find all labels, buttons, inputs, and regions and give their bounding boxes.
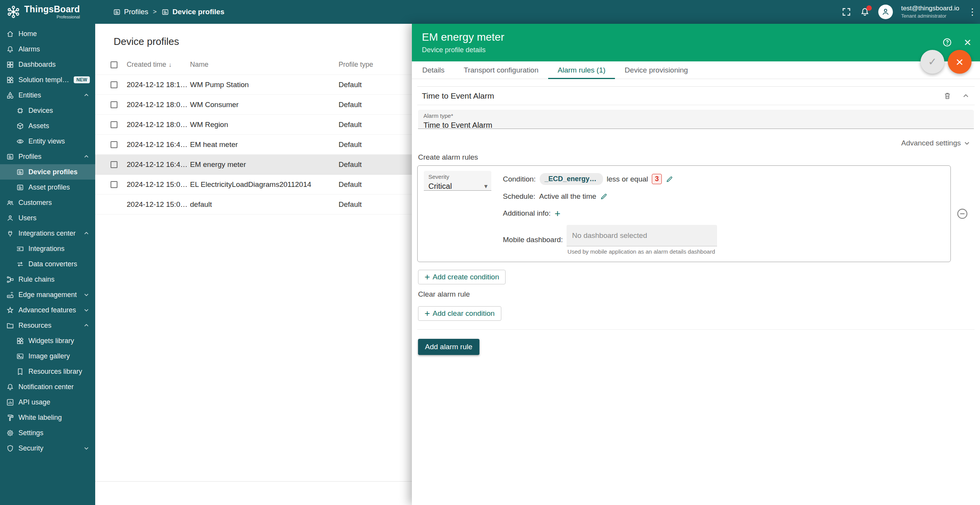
sidebar-item-resources[interactable]: Resources	[0, 318, 95, 333]
user-icon	[881, 7, 890, 17]
tab-alarm-rules[interactable]: Alarm rules (1)	[548, 61, 615, 79]
asset-profiles-icon	[16, 183, 24, 191]
condition-operation: less or equal	[607, 175, 648, 183]
avatar[interactable]	[878, 5, 893, 19]
delete-alarm-button[interactable]	[943, 92, 952, 100]
advanced-settings-row: Advanced settings	[417, 139, 975, 147]
home-icon	[6, 30, 14, 38]
sidebar-item-solution-templates[interactable]: Solution templates NEW	[0, 72, 95, 87]
sidebar-item-entities[interactable]: Entities	[0, 87, 95, 103]
entities-icon	[6, 91, 14, 99]
sidebar-item-asset-profiles[interactable]: Asset profiles	[0, 180, 95, 195]
device-profile-details-panel: EM energy meter Device profile details ×…	[412, 24, 980, 505]
image-gallery-icon	[16, 352, 24, 360]
sidebar-item-widgets-library[interactable]: Widgets library	[0, 333, 95, 348]
alarm-panel-header[interactable]: Time to Event Alarm	[417, 87, 975, 105]
alarm-rule-card: Severity Critical ▾ Condition: _ECD_ener…	[417, 165, 951, 262]
help-button[interactable]	[942, 37, 952, 48]
add-additional-info-button[interactable]: +	[555, 210, 560, 217]
sidebar-item-assets[interactable]: Assets	[0, 118, 95, 134]
more-menu-icon[interactable]: ⋮	[968, 7, 975, 17]
sidebar-item-profiles[interactable]: Profiles	[0, 149, 95, 164]
severity-select[interactable]: Severity Critical ▾	[424, 171, 491, 191]
sidebar-item-image-gallery[interactable]: Image gallery	[0, 348, 95, 364]
sidebar-item-home[interactable]: Home	[0, 26, 95, 41]
schedule-label: Schedule:	[503, 192, 535, 201]
sidebar-item-integrations[interactable]: Integrations	[0, 241, 95, 256]
sidebar-item-integrations-center[interactable]: Integrations center	[0, 226, 95, 241]
thingsboard-logo-icon	[6, 5, 21, 19]
create-alarm-rules-label: Create alarm rules	[417, 153, 975, 162]
advanced-settings-toggle[interactable]: Advanced settings	[901, 139, 971, 147]
sidebar-item-white-labeling[interactable]: White labeling	[0, 410, 95, 425]
sidebar-item-entity-views[interactable]: Entity views	[0, 134, 95, 149]
tab-details[interactable]: Details	[413, 61, 454, 79]
apply-changes-button[interactable]: ✓	[921, 50, 944, 74]
mobile-dashboard-input[interactable]	[567, 225, 717, 246]
app-logo[interactable]: ThingsBoard Professional	[0, 5, 95, 19]
schedule-value: Active all the time	[539, 192, 597, 201]
plus-icon: +	[425, 273, 430, 281]
sidebar-item-alarms[interactable]: Alarms	[0, 41, 95, 57]
add-alarm-rule-button[interactable]: Add alarm rule	[418, 339, 479, 355]
condition-key-chip[interactable]: _ECD_energy_cons…	[540, 173, 603, 185]
mobile-dashboard-label: Mobile dashboard:	[503, 236, 563, 244]
row-checkbox[interactable]	[111, 161, 117, 168]
alarm-type-field[interactable]: Alarm type* Time to Event Alarm	[418, 110, 974, 129]
notifications-button[interactable]	[860, 7, 870, 17]
sidebar-item-customers[interactable]: Customers	[0, 195, 95, 210]
remove-rule-button[interactable]	[956, 207, 969, 220]
add-create-condition-button[interactable]: + Add create condition	[418, 270, 506, 284]
breadcrumb-profiles[interactable]: Profiles	[113, 8, 148, 16]
sidebar-item-rule-chains[interactable]: Rule chains	[0, 272, 95, 287]
brand-text: ThingsBoard Professional	[24, 5, 80, 19]
plus-icon: +	[555, 210, 560, 217]
sidebar-item-resources-library[interactable]: Resources library	[0, 364, 95, 379]
close-panel-button[interactable]: ×	[964, 37, 971, 47]
row-checkbox[interactable]	[111, 181, 117, 188]
sidebar-item-advanced-features[interactable]: Advanced features	[0, 302, 95, 318]
user-email: test@thingsboard.io	[901, 5, 959, 12]
sidebar-item-devices[interactable]: Devices	[0, 103, 95, 118]
panel-title: EM energy meter	[422, 31, 504, 43]
rule-fields: Condition: _ECD_energy_cons… less or equ…	[503, 171, 944, 255]
column-name[interactable]: Name	[190, 61, 339, 69]
alarm-rules-content: Time to Event Alarm Alarm type* Time to …	[412, 79, 980, 505]
sidebar-item-settings[interactable]: Settings	[0, 425, 95, 441]
row-checkbox[interactable]	[111, 121, 117, 128]
solution-templates-icon	[6, 76, 14, 84]
add-clear-condition-button[interactable]: + Add clear condition	[418, 306, 501, 321]
sidebar-item-notification-center[interactable]: Notification center	[0, 379, 95, 394]
sidebar-item-edge-management[interactable]: Edge management	[0, 287, 95, 302]
remove-rule-wrap	[951, 207, 974, 220]
edit-schedule-button[interactable]	[600, 193, 608, 200]
breadcrumb-separator: >	[153, 8, 157, 16]
user-menu[interactable]: test@thingsboard.io Tenant administrator	[901, 5, 959, 19]
sidebar-item-security[interactable]: Security	[0, 441, 95, 456]
tab-transport-configuration[interactable]: Transport configuration	[454, 61, 548, 79]
sidebar-item-users[interactable]: Users	[0, 210, 95, 226]
chevron-down-icon	[83, 445, 90, 452]
customers-icon	[6, 199, 14, 207]
edit-condition-button[interactable]	[666, 175, 673, 183]
sidebar-item-dashboards[interactable]: Dashboards	[0, 57, 95, 72]
sidebar-item-api-usage[interactable]: API usage	[0, 394, 95, 410]
mobile-dashboard-hint: Used by mobile application as an alarm d…	[567, 248, 717, 255]
collapse-alarm-button[interactable]	[962, 92, 970, 100]
security-shield-icon	[6, 444, 14, 452]
fullscreen-button[interactable]	[841, 7, 851, 17]
sidebar-item-device-profiles[interactable]: Device profiles	[0, 164, 95, 180]
tab-bar: Details Transport configuration Alarm ru…	[412, 61, 980, 79]
breadcrumb-device-profiles[interactable]: Device profiles	[161, 8, 224, 16]
row-checkbox[interactable]	[111, 141, 117, 148]
sidebar-item-data-converters[interactable]: Data converters	[0, 256, 95, 272]
tab-device-provisioning[interactable]: Device provisioning	[615, 61, 697, 79]
breadcrumb: Profiles > Device profiles	[113, 8, 224, 16]
discard-changes-button[interactable]: ×	[948, 50, 972, 74]
row-checkbox[interactable]	[111, 101, 117, 108]
row-checkbox[interactable]	[111, 81, 117, 88]
rule-chains-icon	[6, 276, 14, 284]
device-profiles-icon	[16, 168, 24, 176]
column-created-time[interactable]: Created time ↓	[127, 61, 190, 69]
select-all-checkbox[interactable]	[111, 61, 117, 68]
